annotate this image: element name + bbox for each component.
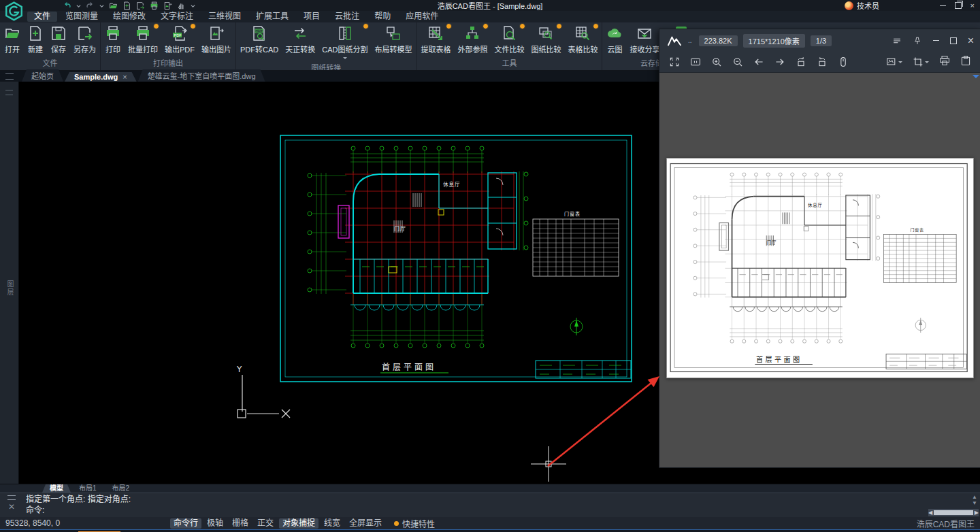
ribbon-print-button[interactable]: 批量打印 xyxy=(125,22,161,56)
menu-item-5[interactable]: 扩展工具 xyxy=(249,12,295,22)
layout-tab-1[interactable]: 布局1 xyxy=(71,484,104,493)
layers-panel-tab[interactable]: 图层 xyxy=(5,280,15,297)
scrollbar-thumb[interactable] xyxy=(934,510,973,515)
layout-tab-2[interactable]: 布局2 xyxy=(105,484,137,493)
ribbon-cloud-button[interactable]: 云图 xyxy=(603,22,626,56)
viewer-close-icon[interactable]: × xyxy=(968,35,974,47)
user-account[interactable]: 技术员 xyxy=(845,0,879,11)
fullscreen-icon[interactable] xyxy=(669,56,680,67)
restore-icon[interactable] xyxy=(955,2,962,9)
ribbon-layout2model-button[interactable]: 布局转模型 xyxy=(371,22,415,61)
menu-item-1[interactable]: 览图测量 xyxy=(59,12,105,22)
command-prompt[interactable]: 命令: xyxy=(26,505,980,516)
qat-dropdown-icon[interactable] xyxy=(99,3,104,8)
ribbon-pdf2cad-button[interactable]: DWGPDF转CAD xyxy=(237,22,282,61)
mouse-wheel-icon[interactable] xyxy=(838,56,849,67)
ribbon-split-button[interactable]: CAD图纸分割 xyxy=(318,22,371,61)
menu-item-6[interactable]: 项目 xyxy=(297,12,327,22)
status-toggle-1[interactable]: 极轴 xyxy=(203,518,227,529)
scroll-right-icon[interactable]: ▶ xyxy=(975,510,979,516)
qat-undo-icon[interactable] xyxy=(63,1,71,10)
menu-item-3[interactable]: 文字标注 xyxy=(154,12,200,22)
doc-tab-label: Sample.dwg xyxy=(74,73,118,81)
close-icon[interactable]: × xyxy=(970,1,975,10)
layout-tab-0[interactable]: 模型 xyxy=(42,484,71,493)
viewer-minimize-icon[interactable] xyxy=(933,40,939,41)
status-toggle-0[interactable]: 命令行 xyxy=(170,518,201,529)
qat-redo-icon[interactable] xyxy=(86,1,95,10)
qat-dropdown-icon[interactable] xyxy=(191,3,195,8)
svg-text:门窗表: 门窗表 xyxy=(911,227,924,233)
tab-close-icon[interactable]: × xyxy=(122,73,127,81)
status-toggle-6[interactable]: 全屏显示 xyxy=(346,518,385,529)
crop-button[interactable] xyxy=(913,56,929,67)
viewer-maximize-icon[interactable] xyxy=(950,37,957,44)
zoom-in-icon[interactable] xyxy=(711,56,722,67)
ribbon-save-button[interactable]: 保存 xyxy=(47,22,70,56)
menu-item-2[interactable]: 绘图修改 xyxy=(106,12,152,22)
new-feature-badge xyxy=(593,23,599,29)
qat-dropdown-icon[interactable] xyxy=(76,3,81,8)
command-close-icon[interactable]: ✕ xyxy=(8,502,15,512)
qat-new-icon[interactable] xyxy=(122,1,131,10)
clipboard-button[interactable] xyxy=(960,55,971,69)
layout2model-icon xyxy=(385,25,402,41)
menu-icon[interactable] xyxy=(892,36,902,46)
menu-item-0[interactable]: 文件 xyxy=(27,12,57,22)
command-scrollbar[interactable]: ▲▼ xyxy=(972,495,977,505)
scroll-left-icon[interactable]: ◀ xyxy=(928,510,932,516)
ribbon-draw-cmp-button[interactable]: 图纸比较 xyxy=(527,22,564,56)
viewer-body[interactable]: 休息厅门厅门窗表首层平面图 xyxy=(659,72,980,467)
doc-tab-2[interactable]: 楚雄云玺-地下室自喷平面图.dwg xyxy=(138,69,265,82)
menu-item-9[interactable]: 应用软件 xyxy=(399,12,445,22)
arrow-left-icon[interactable] xyxy=(753,56,764,67)
doc-tab-0[interactable]: 起始页 xyxy=(22,69,63,82)
ribbon-saveas-button[interactable]: 另存为 xyxy=(70,22,99,56)
command-line-area[interactable]: ✕ 指定第一个角点: 指定对角点: 命令: ▲▼ ◀ ▶ xyxy=(0,493,980,517)
split-icon xyxy=(337,25,353,41)
status-toggle-4[interactable]: 对象捕捉 xyxy=(279,518,318,529)
menu-item-7[interactable]: 云批注 xyxy=(328,12,366,22)
horizontal-scrollbar[interactable]: ◀ ▶ xyxy=(928,509,979,516)
status-toggle-5[interactable]: 线宽 xyxy=(321,518,344,529)
ribbon-table-extract-button[interactable]: 提取表格 xyxy=(417,22,454,56)
image-mode-button[interactable] xyxy=(886,56,902,67)
svg-text:PDF: PDF xyxy=(174,33,182,37)
minimize-icon[interactable] xyxy=(940,5,946,6)
ribbon-file-cmp-button[interactable]: 文件比较 xyxy=(491,22,527,56)
qat-print-icon[interactable] xyxy=(150,1,159,10)
rotate-cw-icon[interactable] xyxy=(817,56,828,67)
ribbon-recv-share-button[interactable]: 接收分享 xyxy=(626,22,663,56)
image-preview[interactable]: 休息厅门厅门窗表首层平面图 xyxy=(666,158,974,378)
status-toggle-3[interactable]: 正交 xyxy=(254,518,277,529)
svg-text:门厅: 门厅 xyxy=(766,239,777,246)
menu-item-8[interactable]: 帮助 xyxy=(368,12,397,22)
menu-item-4[interactable]: 三维视图 xyxy=(201,12,248,22)
quick-properties-toggle[interactable]: 快捷特性 xyxy=(394,518,435,529)
qat-open-icon[interactable] xyxy=(109,1,118,10)
status-toggle-2[interactable]: 栅格 xyxy=(229,518,252,529)
qat-img-out-icon[interactable] xyxy=(163,1,172,10)
ribbon-pdf-out-button[interactable]: PDF输出PDF xyxy=(161,22,198,56)
fit-window-icon[interactable] xyxy=(690,56,701,67)
ribbon-img-out-button[interactable]: 输出图片 xyxy=(198,22,235,56)
ribbon-xref-button[interactable]: 外部参照 xyxy=(454,22,491,56)
zoom-out-icon[interactable] xyxy=(732,56,743,67)
app-logo-icon xyxy=(4,1,24,21)
ribbon-print-button[interactable]: 打印 xyxy=(101,22,125,56)
arrow-right-icon[interactable] xyxy=(774,56,785,67)
ribbon-new-button[interactable]: 新建 xyxy=(24,22,47,56)
qat-pan-icon[interactable] xyxy=(177,1,186,10)
qat-saveas-icon[interactable] xyxy=(136,1,145,10)
scroll-arrow-icon[interactable] xyxy=(973,75,979,82)
ribbon-button-label: 接收分享 xyxy=(630,44,659,54)
pin-icon[interactable] xyxy=(913,36,922,46)
ribbon-table-cmp-button[interactable]: 表格比较 xyxy=(564,22,601,56)
print2-button[interactable] xyxy=(939,55,950,69)
command-grip-icon[interactable] xyxy=(7,495,16,500)
ribbon-tz-button[interactable]: 天正转换 xyxy=(282,22,318,61)
rotate-ccw-icon[interactable] xyxy=(796,56,806,67)
doc-tab-1[interactable]: Sample.dwg× xyxy=(65,72,137,82)
quick-properties-label: 快捷特性 xyxy=(402,518,435,529)
ribbon-open-button[interactable]: 打开 xyxy=(1,22,24,56)
